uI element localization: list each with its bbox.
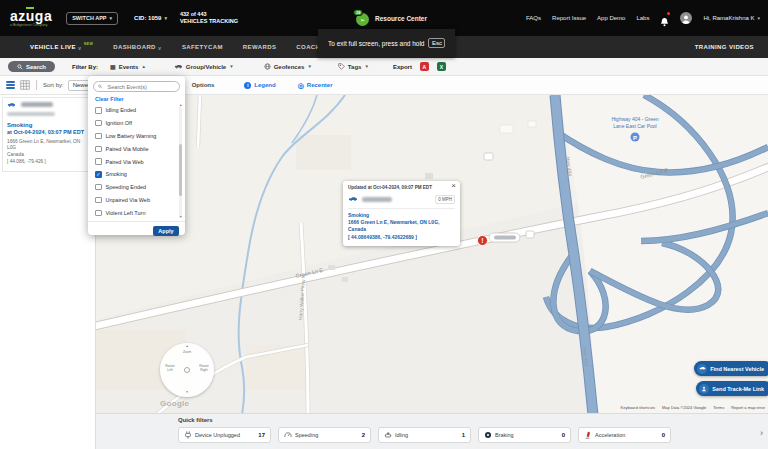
geofences-filter-button[interactable]: Geofences ▼ (264, 63, 312, 70)
legend-button[interactable]: i Legend (244, 82, 275, 89)
event-option-label: Unpaired Via Web (106, 197, 150, 203)
grid-view-icon[interactable] (20, 80, 30, 90)
quick-filter-count: 2 (362, 432, 365, 438)
scroll-down-icon[interactable]: ▼ (179, 216, 182, 220)
nav-vehicle-live[interactable]: VEHICLE LIVE ∨ NEW (30, 44, 93, 51)
search-button[interactable]: Search (8, 61, 55, 72)
quick-filter-count: 0 (562, 432, 565, 438)
vehicle-card[interactable]: Smoking at Oct-04-2024, 03:07 PM EDT 166… (2, 97, 92, 172)
nav-safetycam[interactable]: SAFETYCAM (182, 44, 223, 50)
group-vehicle-filter-button[interactable]: Group/Vehicle ▼ (174, 64, 234, 70)
zoom-control-label[interactable]: Zoom (160, 351, 214, 355)
checkbox-icon[interactable] (95, 146, 102, 153)
checkbox-checked-icon[interactable]: ✓ (95, 171, 102, 178)
tags-filter-button[interactable]: Tags ▼ (338, 63, 369, 70)
info-icon: i (244, 82, 251, 89)
rotate-left-control[interactable]: Rotate Left (163, 365, 177, 373)
checkbox-icon[interactable] (95, 120, 102, 127)
event-search-box[interactable] (93, 81, 180, 92)
find-nearest-vehicle-button[interactable]: Find Nearest Vehicle (694, 361, 768, 376)
vehicles-tracking-status: 432 of 443 VEHICLES TRACKING (180, 11, 238, 25)
quick-filter-idling[interactable]: Idling 1 (378, 427, 471, 443)
export-excel-icon[interactable]: X (437, 62, 446, 71)
keyboard-shortcuts-link[interactable]: Keyboard shortcuts (621, 405, 655, 410)
filter-toolbar: Search Filter By: ▦ Events ▲ Group/Vehic… (0, 58, 768, 76)
cid-selector[interactable]: CID: 1059 ▾ (134, 15, 167, 21)
checkbox-icon[interactable] (95, 158, 102, 165)
close-icon[interactable]: × (451, 182, 456, 190)
pedal-icon (584, 431, 592, 439)
list-view-icon[interactable] (6, 81, 15, 89)
quick-filters-next-icon[interactable]: › (760, 429, 763, 438)
quick-filter-label: Acceleration (595, 432, 625, 438)
tracking-label: VEHICLES TRACKING (180, 18, 238, 25)
clear-filter-link[interactable]: Clear Filter (95, 96, 185, 102)
faqs-link[interactable]: FAQs (526, 15, 541, 21)
geofences-label: Geofences (274, 64, 305, 70)
car-icon (174, 64, 183, 69)
avatar[interactable] (680, 12, 692, 24)
event-marker[interactable]: ! (478, 236, 488, 246)
compass-center-icon[interactable] (184, 367, 190, 373)
nav-coach[interactable]: COACH (296, 44, 320, 50)
resource-center[interactable]: ➢ 28 Resource Center (356, 11, 427, 26)
event-option-label: Violent Left Turn (106, 210, 146, 216)
engine-icon (384, 431, 392, 439)
quick-filter-speeding[interactable]: Speeding 2 (278, 427, 371, 443)
events-filter-button[interactable]: ▦ Events ▲ (110, 64, 146, 70)
parking-icon[interactable]: P (631, 133, 640, 142)
resource-count-badge: 28 (353, 9, 363, 16)
send-track-me-link-button[interactable]: Send Track-Me Link (696, 381, 768, 396)
event-option-low-battery[interactable]: Low Battery Warning (88, 130, 185, 143)
event-option-idling-ended[interactable]: Idling Ended (88, 104, 185, 117)
quick-filter-acceleration[interactable]: Acceleration 0 (578, 427, 671, 443)
rotate-right-control[interactable]: Rotate Right (197, 365, 211, 373)
event-options-list: ▲ Idling Ended Ignition Off Low Battery … (88, 104, 185, 219)
checkbox-icon[interactable] (95, 133, 102, 140)
labs-link[interactable]: Labs (636, 15, 649, 21)
report-map-error-link[interactable]: Report a map error (731, 405, 765, 410)
user-menu[interactable]: Hi, RamaKrishna K ▾ (703, 15, 760, 21)
checkbox-icon[interactable] (95, 107, 102, 114)
options-button[interactable]: Options (192, 82, 215, 88)
switch-app-button[interactable]: SWITCH APP ▾ (66, 12, 118, 25)
apply-button[interactable]: Apply (153, 226, 179, 236)
arrow-up-icon[interactable]: ▲ (160, 345, 214, 349)
event-option-smoking[interactable]: ✓Smoking (88, 168, 185, 181)
event-option-speeding-ended[interactable]: Speeding Ended (88, 181, 185, 194)
event-search-input[interactable] (105, 83, 175, 91)
plug-icon (184, 431, 192, 439)
export-pdf-icon[interactable]: A (420, 62, 429, 71)
event-option-paired-mobile[interactable]: Paired Via Mobile (88, 142, 185, 155)
brake-disc-icon (484, 431, 492, 439)
azuga-logo[interactable]: azuga a Bridgestone Company (10, 9, 52, 28)
training-videos-link[interactable]: TRAINING VIDEOS (695, 44, 754, 50)
chevron-down-icon: ∨ (158, 45, 162, 51)
notifications-bell-icon[interactable] (660, 13, 669, 23)
event-option-paired-web[interactable]: Paired Via Web (88, 155, 185, 168)
nav-label: REWARDS (243, 44, 276, 50)
report-issue-link[interactable]: Report Issue (552, 15, 586, 21)
checkbox-icon[interactable] (95, 210, 102, 217)
nav-dashboard[interactable]: DASHBOARD ∨ (113, 44, 162, 51)
scrollbar[interactable] (179, 106, 182, 217)
checkbox-icon[interactable] (95, 184, 102, 191)
quick-filter-label: Braking (495, 432, 514, 438)
checkbox-icon[interactable] (95, 197, 102, 204)
map-canvas[interactable]: Green Ln E Green Ln E Hwy 404 Hwy 404 Ha… (96, 95, 768, 415)
event-option-unpaired-web[interactable]: Unpaired Via Web (88, 194, 185, 207)
map-rotate-control[interactable]: ▲ Zoom Rotate Left Rotate Right ▼ (160, 343, 214, 397)
group-vehicle-label: Group/Vehicle (186, 64, 226, 70)
event-option-ignition-off[interactable]: Ignition Off (88, 117, 185, 130)
app-demo-link[interactable]: App Demo (597, 15, 625, 21)
chevron-down-icon: ▼ (229, 64, 233, 69)
quick-filter-braking[interactable]: Braking 0 (478, 427, 571, 443)
event-option-violent-left-turn[interactable]: Violent Left Turn (88, 206, 185, 219)
arrow-down-icon[interactable]: ▼ (160, 391, 214, 395)
nav-rewards[interactable]: REWARDS (243, 44, 276, 50)
recenter-button[interactable]: ◎ Recenter (298, 82, 333, 89)
vehicle-map-label[interactable] (489, 233, 520, 242)
terms-link[interactable]: Terms (713, 405, 724, 410)
quick-filter-device-unplugged[interactable]: Device Unplugged 17 (178, 427, 271, 443)
scrollbar-thumb[interactable] (179, 144, 182, 196)
